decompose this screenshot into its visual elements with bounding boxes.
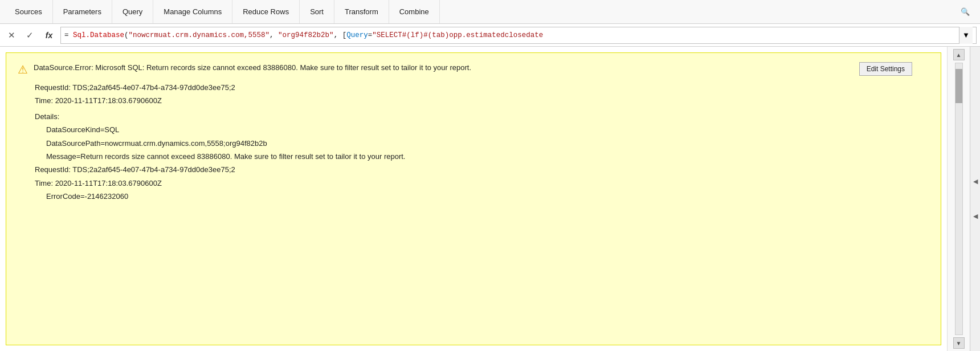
- formula-text: = Sql.Database("nowcrmuat.crm.dynamics.c…: [64, 31, 959, 39]
- error-message: Message=Return records size cannot excee…: [46, 150, 929, 163]
- confirm-button[interactable]: ✓: [22, 27, 38, 43]
- collapse-up-arrow[interactable]: ◀: [972, 176, 979, 187]
- scroll-down-button[interactable]: ▼: [953, 337, 965, 349]
- cancel-button[interactable]: ✕: [3, 27, 19, 43]
- formula-bar: ✕ ✓ fx = Sql.Database("nowcrmuat.crm.dyn…: [0, 24, 980, 47]
- menu-item-combine[interactable]: Combine: [389, 0, 440, 23]
- menu-item-sources[interactable]: Sources: [5, 0, 53, 23]
- menu-item-transform[interactable]: Transform: [334, 0, 389, 23]
- menu-item-sort[interactable]: Sort: [300, 0, 334, 23]
- datasource-path: DataSourcePath=nowcrmuat.crm.dynamics.co…: [46, 137, 929, 150]
- warning-icon: ⚠: [18, 63, 28, 76]
- error-body: RequestId: TDS;2a2af645-4e07-47b4-a734-9…: [35, 81, 929, 203]
- formula-input[interactable]: = Sql.Database("nowcrmuat.crm.dynamics.c…: [60, 27, 977, 44]
- scroll-thumb[interactable]: [956, 69, 962, 103]
- menu-item-manage-columns[interactable]: Manage Columns: [153, 0, 232, 23]
- details-label: Details:: [35, 110, 929, 123]
- error-title: DataSource.Error: Microsoft SQL: Return …: [34, 62, 471, 74]
- error-code: ErrorCode=-2146232060: [46, 190, 929, 203]
- datasource-kind: DataSourceKind=SQL: [46, 123, 929, 136]
- collapse-down-arrow[interactable]: ◀: [972, 210, 979, 222]
- fx-button[interactable]: fx: [40, 27, 58, 43]
- right-collapse-panel: ◀ ◀: [970, 47, 980, 351]
- menu-item-parameters[interactable]: Parameters: [53, 0, 112, 23]
- request-id-1: RequestId: TDS;2a2af645-4e07-47b4-a734-9…: [35, 81, 929, 94]
- scrollbar: ▲ ▼: [947, 47, 970, 351]
- menu-bar: Sources Parameters Query Manage Columns …: [0, 0, 980, 24]
- formula-expand-button[interactable]: ▼: [959, 27, 973, 44]
- scroll-up-button[interactable]: ▲: [953, 49, 965, 60]
- search-icon: 🔍: [961, 7, 970, 16]
- time-2: Time: 2020-11-11T17:18:03.6790600Z: [35, 177, 929, 190]
- search-icon-area[interactable]: 🔍: [955, 0, 975, 23]
- error-panel: ⚠ DataSource.Error: Microsoft SQL: Retur…: [6, 52, 941, 345]
- menu-item-reduce-rows[interactable]: Reduce Rows: [232, 0, 300, 23]
- error-header: ⚠ DataSource.Error: Microsoft SQL: Retur…: [18, 62, 929, 76]
- request-id-2: RequestId: TDS;2a2af645-4e07-47b4-a734-9…: [35, 163, 929, 176]
- menu-item-query[interactable]: Query: [112, 0, 153, 23]
- main-content: ⚠ DataSource.Error: Microsoft SQL: Retur…: [0, 47, 980, 351]
- scroll-track[interactable]: [955, 63, 963, 335]
- edit-settings-button[interactable]: Edit Settings: [859, 62, 912, 76]
- time-1: Time: 2020-11-11T17:18:03.6790600Z: [35, 94, 929, 107]
